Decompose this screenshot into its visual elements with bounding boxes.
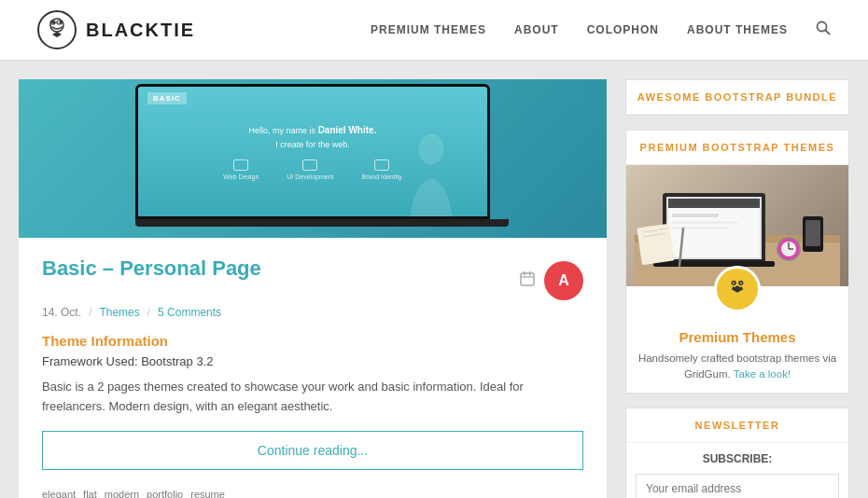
nav-about[interactable]: About [514, 23, 559, 36]
person-silhouette [403, 132, 459, 216]
tag-modern[interactable]: modern [105, 489, 139, 498]
page-wrapper: BASIC Hello, my name is Daniel White. I … [0, 61, 868, 498]
nav-about-themes[interactable]: About Themes [687, 23, 788, 36]
search-icon[interactable] [816, 21, 831, 39]
widget-premium-body: Premium Themes Handsomely crafted bootst… [626, 320, 848, 393]
widget-premium-themes: Premium Bootstrap Themes [625, 130, 849, 394]
widget-newsletter-body: SUBSCRIBE: [626, 443, 848, 499]
take-a-look-link[interactable]: Take a look! [734, 368, 791, 380]
tag-flat[interactable]: flat [83, 489, 97, 498]
article-comments[interactable]: 5 Comments [158, 306, 221, 319]
widget-newsletter-title: Newsletter [626, 408, 848, 443]
svg-rect-21 [672, 221, 737, 224]
article-category[interactable]: Themes [99, 306, 139, 319]
article-meta: 14. Oct. / Themes / 5 Comments [42, 306, 583, 319]
screen-text: Hello, my name is Daniel White. I create… [249, 123, 377, 151]
calendar-icon [520, 271, 535, 290]
tag-elegant[interactable]: elegant [42, 489, 76, 498]
svg-rect-10 [521, 273, 534, 285]
widget-bootstrap-bundle: Awesome Bootstrap Bundle [625, 79, 849, 116]
svg-rect-22 [672, 227, 728, 229]
tag-portfolio[interactable]: portfolio [147, 489, 183, 498]
hero-image: BASIC Hello, my name is Daniel White. I … [19, 79, 607, 238]
svg-rect-20 [672, 214, 719, 217]
tags-row: elegant flat modern portfolio resume [42, 484, 583, 498]
svg-rect-29 [805, 220, 820, 246]
screen-icon-web: Web Design [223, 159, 259, 180]
tag-resume[interactable]: resume [190, 489, 225, 498]
laptop-mockup: BASIC Hello, my name is Daniel White. I … [135, 84, 490, 233]
description-text: Basic is a 2 pages themes created to sho… [42, 378, 583, 417]
widget-newsletter: Newsletter SUBSCRIBE: [625, 408, 849, 499]
widget-premium-title: Premium Themes [636, 329, 839, 345]
subscribe-label: SUBSCRIBE: [636, 452, 839, 465]
screen-icon-brand: Brand Identity [362, 159, 402, 180]
screen-icon-ui: UI Development [287, 159, 333, 180]
section-heading: Theme Information [42, 333, 583, 349]
logo-icon [37, 10, 77, 49]
article-title: Basic – Personal Page [42, 256, 520, 281]
svg-rect-24 [637, 224, 674, 265]
basic-badge: BASIC [147, 92, 187, 104]
nav-premium-themes[interactable]: Premium Themes [371, 23, 486, 36]
article-body: Basic – Personal Page A 14. Oct. / [19, 238, 607, 498]
main-nav: Premium Themes About Colophon About Them… [371, 21, 831, 39]
svg-line-8 [826, 31, 830, 35]
article-icons: A [520, 261, 583, 300]
avatar: A [544, 261, 583, 300]
svg-point-0 [38, 11, 76, 48]
screen-icons-row: Web Design UI Development Brand Identity [223, 159, 401, 180]
main-content: BASIC Hello, my name is Daniel White. I … [19, 79, 607, 498]
header: BlackTie Premium Themes About Colophon A… [0, 0, 868, 61]
svg-point-9 [419, 134, 444, 164]
sidebar: Awesome Bootstrap Bundle Premium Bootstr… [625, 79, 849, 498]
logo-text: BlackTie [86, 20, 195, 41]
avatar-sidebar-wrap [626, 266, 848, 312]
avatar-sidebar [714, 266, 761, 312]
nav-colophon[interactable]: Colophon [587, 23, 659, 36]
email-input[interactable] [636, 474, 839, 499]
logo-area: BlackTie [37, 10, 195, 49]
article-header: Basic – Personal Page A [42, 256, 583, 300]
widget-premium-themes-title: Premium Bootstrap Themes [626, 131, 848, 165]
widget-desc: Handsomely crafted bootstrap themes via … [636, 351, 839, 383]
framework-text: Framework Used: Bootstrap 3.2 [42, 354, 583, 368]
widget-bootstrap-bundle-title: Awesome Bootstrap Bundle [626, 80, 848, 115]
continue-reading-button[interactable]: Continue reading... [42, 431, 583, 470]
article-date: 14. Oct. [42, 306, 81, 319]
svg-rect-19 [668, 199, 760, 208]
